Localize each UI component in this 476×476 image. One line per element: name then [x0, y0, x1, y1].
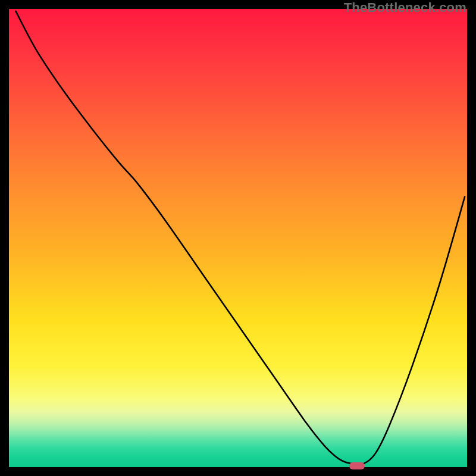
chart-plot	[9, 9, 467, 467]
watermark-text: TheBottleneck.com	[344, 0, 466, 15]
optimal-point-marker	[349, 462, 365, 469]
bottleneck-curve	[16, 11, 465, 465]
